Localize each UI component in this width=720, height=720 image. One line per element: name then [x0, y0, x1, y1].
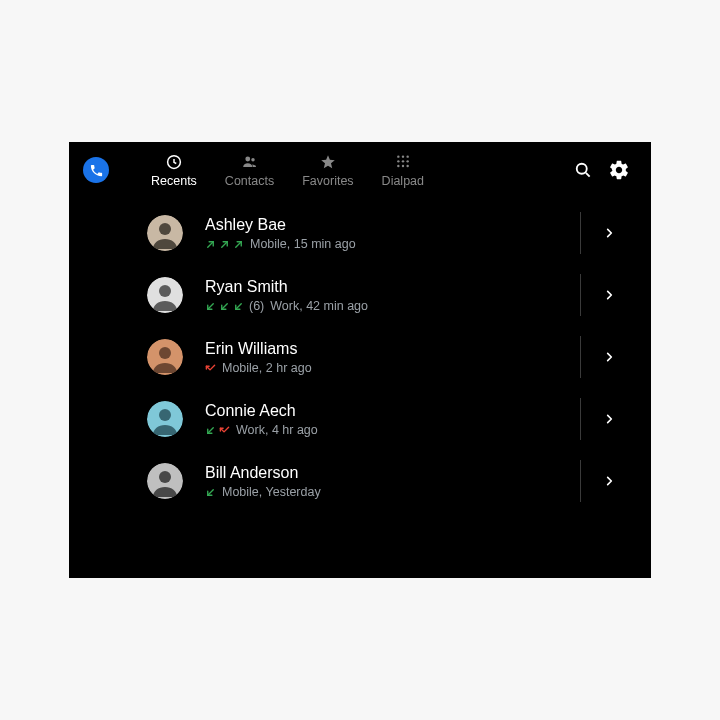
call-meta: Work, 42 min ago: [270, 299, 368, 313]
svg-point-4: [402, 155, 404, 157]
dialpad-icon: [395, 152, 411, 172]
tab-recents[interactable]: Recents: [137, 152, 211, 188]
call-row[interactable]: Ashley Bae Mobile, 15 min ago: [69, 202, 651, 264]
call-meta: Mobile, 2 hr ago: [222, 361, 312, 375]
chevron-right-icon: [604, 474, 615, 488]
svg-point-5: [406, 155, 408, 157]
call-info: Ashley Bae Mobile, 15 min ago: [205, 215, 580, 251]
call-info: Connie Aech Work, 4 hr ago: [205, 401, 580, 437]
contact-name: Ashley Bae: [205, 215, 580, 234]
contact-name: Connie Aech: [205, 401, 580, 420]
call-count: (6): [249, 299, 264, 313]
svg-point-18: [159, 347, 171, 359]
gear-icon: [608, 159, 630, 181]
svg-point-7: [402, 160, 404, 162]
svg-point-16: [159, 285, 171, 297]
call-details-button[interactable]: [581, 202, 637, 264]
avatar: [147, 463, 183, 499]
svg-point-9: [397, 165, 399, 167]
svg-point-6: [397, 160, 399, 162]
avatar: [147, 277, 183, 313]
tab-label: Favorites: [302, 174, 353, 188]
chevron-right-icon: [604, 412, 615, 426]
chevron-right-icon: [604, 288, 615, 302]
outgoing-call-icon: [233, 239, 244, 250]
tab-label: Dialpad: [382, 174, 424, 188]
incoming-call-icon: [205, 425, 216, 436]
outgoing-call-icon: [205, 239, 216, 250]
call-details-button[interactable]: [581, 326, 637, 388]
avatar: [147, 339, 183, 375]
missed-call-icon: [205, 363, 216, 374]
call-row[interactable]: Erin Williams Mobile, 2 hr ago: [69, 326, 651, 388]
star-icon: [319, 152, 337, 172]
call-details-button[interactable]: [581, 388, 637, 450]
svg-point-12: [577, 164, 587, 174]
svg-point-20: [159, 409, 171, 421]
call-meta: Mobile, 15 min ago: [250, 237, 356, 251]
call-info: Bill Anderson Mobile, Yesterday: [205, 463, 580, 499]
tab-favorites[interactable]: Favorites: [288, 152, 367, 188]
call-details-button[interactable]: [581, 450, 637, 512]
search-icon: [573, 160, 593, 180]
svg-point-1: [245, 157, 250, 162]
phone-app-window: Recents Contacts Favorites Dialpad: [69, 142, 651, 578]
recent-calls-list: Ashley Bae Mobile, 15 min ago Ryan Smith: [69, 198, 651, 512]
avatar: [147, 401, 183, 437]
call-row[interactable]: Bill Anderson Mobile, Yesterday: [69, 450, 651, 512]
svg-point-3: [397, 155, 399, 157]
clock-icon: [165, 152, 183, 172]
avatar: [147, 215, 183, 251]
incoming-call-icon: [219, 301, 230, 312]
chevron-right-icon: [604, 226, 615, 240]
chevron-right-icon: [604, 350, 615, 364]
tab-contacts[interactable]: Contacts: [211, 152, 288, 188]
call-info: Erin Williams Mobile, 2 hr ago: [205, 339, 580, 375]
settings-button[interactable]: [601, 152, 637, 188]
incoming-call-icon: [233, 301, 244, 312]
incoming-call-icon: [205, 487, 216, 498]
search-button[interactable]: [565, 152, 601, 188]
svg-point-8: [406, 160, 408, 162]
svg-point-22: [159, 471, 171, 483]
svg-point-10: [402, 165, 404, 167]
contact-name: Bill Anderson: [205, 463, 580, 482]
tab-label: Contacts: [225, 174, 274, 188]
tab-dialpad[interactable]: Dialpad: [368, 152, 438, 188]
tab-label: Recents: [151, 174, 197, 188]
call-meta: Work, 4 hr ago: [236, 423, 318, 437]
outgoing-call-icon: [219, 239, 230, 250]
tab-bar: Recents Contacts Favorites Dialpad: [137, 152, 438, 188]
contact-name: Ryan Smith: [205, 277, 580, 296]
call-meta: Mobile, Yesterday: [222, 485, 321, 499]
top-bar: Recents Contacts Favorites Dialpad: [69, 142, 651, 198]
call-row[interactable]: Connie Aech Work, 4 hr ago: [69, 388, 651, 450]
call-details-button[interactable]: [581, 264, 637, 326]
call-row[interactable]: Ryan Smith (6) Work, 42 min ago: [69, 264, 651, 326]
incoming-call-icon: [205, 301, 216, 312]
svg-point-2: [251, 158, 254, 161]
svg-point-14: [159, 223, 171, 235]
call-info: Ryan Smith (6) Work, 42 min ago: [205, 277, 580, 313]
people-icon: [240, 152, 260, 172]
svg-point-11: [406, 165, 408, 167]
contact-name: Erin Williams: [205, 339, 580, 358]
phone-app-icon: [83, 157, 109, 183]
missed-call-icon: [219, 425, 230, 436]
